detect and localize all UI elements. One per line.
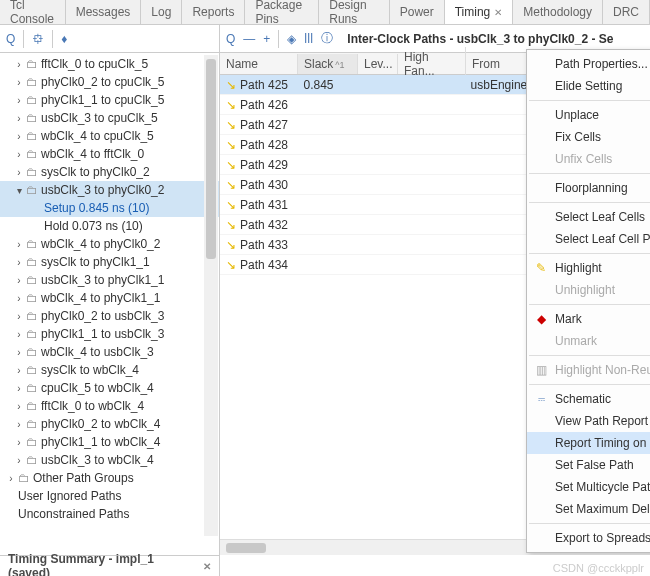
expand-icon[interactable]: › [12, 401, 26, 412]
path-icon: ↘ [226, 98, 236, 112]
expand-icon[interactable]: › [12, 131, 26, 142]
expand-icon[interactable]: › [12, 293, 26, 304]
expand-icon[interactable]: › [12, 311, 26, 322]
tree-item[interactable]: ›🗀phyClk0_2 to wbClk_4 [0, 415, 219, 433]
tree-label: usbClk_3 to phyClk0_2 [41, 183, 164, 197]
tree-item[interactable]: ›🗀phyClk0_2 to cpuClk_5 [0, 73, 219, 91]
tree-label: phyClk0_2 to usbClk_3 [41, 309, 164, 323]
expand-icon[interactable]: › [12, 347, 26, 358]
col-name[interactable]: Name [220, 54, 298, 74]
expand-icon[interactable]: › [4, 473, 18, 484]
minus-icon[interactable]: — [243, 32, 255, 46]
menu-item[interactable]: ✎Highlight▶ [527, 257, 650, 279]
tree-item[interactable]: Hold 0.073 ns (10) [0, 217, 219, 235]
expand-icon[interactable]: › [12, 77, 26, 88]
path-tree[interactable]: ›🗀fftClk_0 to cpuClk_5›🗀phyClk0_2 to cpu… [0, 53, 219, 555]
info-icon[interactable]: ⓘ [321, 30, 333, 47]
top-tabs: Tcl ConsoleMessagesLogReportsPackage Pin… [0, 0, 650, 25]
menu-item[interactable]: Select Leaf Cell Parents [527, 228, 650, 250]
tab-methodology[interactable]: Methodology [513, 0, 603, 24]
col-slack[interactable]: Slack^1 [298, 54, 358, 74]
expand-icon[interactable]: › [12, 149, 26, 160]
diamond-icon[interactable]: ◈ [287, 32, 296, 46]
tab-design-runs[interactable]: Design Runs [319, 0, 389, 24]
col-levels[interactable]: Lev... [358, 54, 398, 74]
expand-icon[interactable]: › [12, 239, 26, 250]
tree-item[interactable]: ›🗀usbClk_3 to wbClk_4 [0, 451, 219, 469]
tree-item[interactable]: ›🗀Other Path Groups [0, 469, 219, 487]
tree-label: sysClk to phyClk0_2 [41, 165, 150, 179]
expand-icon[interactable]: › [12, 329, 26, 340]
tab-package-pins[interactable]: Package Pins [245, 0, 319, 24]
menu-item[interactable]: Select Leaf CellsCtrl+Shift+S [527, 206, 650, 228]
search-icon[interactable]: Q [226, 32, 235, 46]
tree-item[interactable]: Unconstrained Paths [0, 505, 219, 523]
menu-item[interactable]: Set Maximum Delay▶ [527, 498, 650, 520]
menu-item[interactable]: Fix Cells [527, 126, 650, 148]
menu-item[interactable]: Set False Path▶ [527, 454, 650, 476]
tree-item[interactable]: ›🗀wbClk_4 to cpuClk_5 [0, 127, 219, 145]
tree-item[interactable]: ›🗀wbClk_4 to fftClk_0 [0, 145, 219, 163]
tree-item[interactable]: Setup 0.845 ns (10) [0, 199, 219, 217]
tab-log[interactable]: Log [141, 0, 182, 24]
expand-icon[interactable]: › [12, 437, 26, 448]
context-menu[interactable]: Path Properties...Ctrl+EElide Setting▶Un… [526, 49, 650, 553]
plus-icon[interactable]: + [263, 32, 270, 46]
expand-icon[interactable]: › [12, 419, 26, 430]
close-icon[interactable]: ✕ [203, 561, 211, 572]
menu-item[interactable]: Elide Setting▶ [527, 75, 650, 97]
tree-item[interactable]: ›🗀phyClk1_1 to usbClk_3 [0, 325, 219, 343]
expand-icon[interactable]: › [12, 275, 26, 286]
expand-icon[interactable]: ♦ [61, 32, 67, 46]
tree-item[interactable]: ›🗀phyClk1_1 to wbClk_4 [0, 433, 219, 451]
tree-item[interactable]: ›🗀cpuClk_5 to wbClk_4 [0, 379, 219, 397]
expand-icon[interactable]: › [12, 59, 26, 70]
tab-power[interactable]: Power [390, 0, 445, 24]
menu-item[interactable]: Path Properties...Ctrl+E [527, 53, 650, 75]
tree-item[interactable]: ›🗀fftClk_0 to cpuClk_5 [0, 55, 219, 73]
tree-item[interactable]: ›🗀sysClk to phyClk1_1 [0, 253, 219, 271]
expand-icon[interactable]: › [12, 167, 26, 178]
tree-item[interactable]: ›🗀usbClk_3 to cpuClk_5 [0, 109, 219, 127]
tab-reports[interactable]: Reports [182, 0, 245, 24]
tab-drc[interactable]: DRC [603, 0, 650, 24]
tree-item[interactable]: ›🗀sysClk to phyClk0_2 [0, 163, 219, 181]
tree-item[interactable]: ›🗀wbClk_4 to phyClk0_2 [0, 235, 219, 253]
menu-item[interactable]: Report Timing on Source to Destination..… [527, 432, 650, 454]
tree-label: Hold 0.073 ns (10) [44, 219, 143, 233]
expand-icon[interactable]: › [12, 383, 26, 394]
menu-item[interactable]: Set Multicycle Path▶ [527, 476, 650, 498]
expand-icon[interactable]: ▾ [12, 185, 26, 196]
tree-item[interactable]: ›🗀wbClk_4 to phyClk1_1 [0, 289, 219, 307]
menu-item[interactable]: ⎓SchematicF4 [527, 388, 650, 410]
close-icon[interactable]: ✕ [494, 7, 502, 18]
expand-icon[interactable]: › [12, 365, 26, 376]
tree-item[interactable]: ›🗀wbClk_4 to usbClk_3 [0, 343, 219, 361]
tab-timing[interactable]: Timing✕ [445, 0, 514, 24]
tree-item[interactable]: ▾🗀usbClk_3 to phyClk0_2 [0, 181, 219, 199]
expand-icon[interactable]: › [12, 257, 26, 268]
tree-label: phyClk1_1 to wbClk_4 [41, 435, 160, 449]
collapse-icon[interactable]: ⯐ [32, 32, 44, 46]
tree-item[interactable]: ›🗀usbClk_3 to phyClk1_1 [0, 271, 219, 289]
tab-tcl-console[interactable]: Tcl Console [0, 0, 66, 24]
expand-icon[interactable]: › [12, 95, 26, 106]
search-icon[interactable]: Q [6, 32, 15, 46]
menu-item[interactable]: Export to Spreadsheet... [527, 527, 650, 549]
menu-item[interactable]: UnplaceCtrl+U [527, 104, 650, 126]
folder-icon: 🗀 [26, 93, 38, 107]
menu-item[interactable]: Floorplanning▶ [527, 177, 650, 199]
expand-icon[interactable]: › [12, 113, 26, 124]
tree-item[interactable]: ›🗀phyClk0_2 to usbClk_3 [0, 307, 219, 325]
expand-icon[interactable]: › [12, 455, 26, 466]
tree-item[interactable]: ›🗀fftClk_0 to wbClk_4 [0, 397, 219, 415]
tree-item[interactable]: ›🗀phyClk1_1 to cpuClk_5 [0, 91, 219, 109]
menu-item[interactable]: View Path Report [527, 410, 650, 432]
tree-item[interactable]: ›🗀sysClk to wbClk_4 [0, 361, 219, 379]
bottom-tab-label[interactable]: Timing Summary - impl_1 (saved) [8, 552, 197, 576]
left-scrollbar[interactable] [204, 55, 218, 536]
histogram-icon[interactable]: ⅼⅼⅼ [304, 32, 313, 46]
menu-item[interactable]: ◆Mark▶ [527, 308, 650, 330]
tab-messages[interactable]: Messages [66, 0, 142, 24]
tree-item[interactable]: User Ignored Paths [0, 487, 219, 505]
